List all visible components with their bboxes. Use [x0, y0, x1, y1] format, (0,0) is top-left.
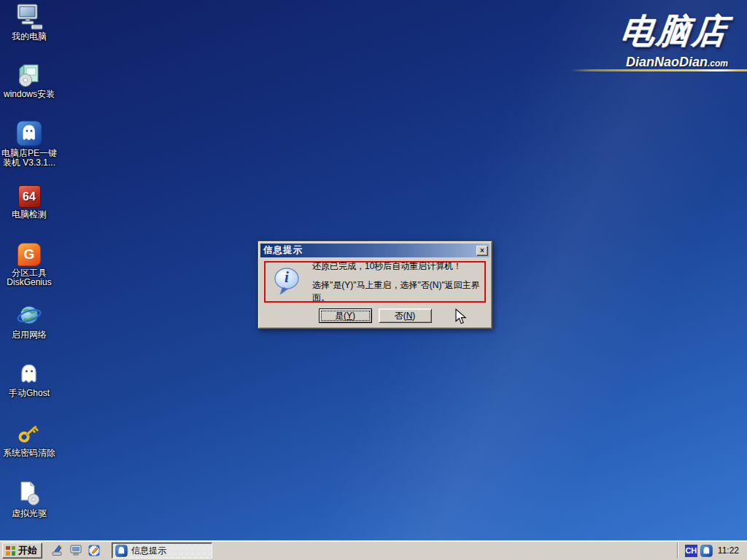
- ghost-task-icon: [115, 545, 128, 557]
- start-button[interactable]: 开始: [2, 542, 42, 559]
- brand-underline: [570, 69, 747, 71]
- start-logo-icon: [6, 546, 15, 556]
- no-button[interactable]: 否(N): [379, 308, 432, 323]
- info-balloon-icon: i: [273, 267, 301, 298]
- brand-logo: 电脑店 DianNaoDian.com: [621, 9, 728, 70]
- diskgenius-icon: G: [1, 238, 58, 266]
- icon-label: 启用网络: [1, 330, 58, 340]
- pc-check-64-icon: 64: [1, 180, 58, 208]
- document-cd-icon: [1, 479, 58, 507]
- desktop-icon-manual-ghost[interactable]: 手动Ghost: [1, 359, 58, 398]
- icon-label: 电脑店PE一键装机 V3.3.1...: [1, 149, 58, 168]
- brand-domain: DianNaoDian.com: [621, 55, 728, 70]
- message-line-2: 选择"是(Y)"马上重启，选择"否(N)"返回主界面。: [312, 279, 484, 304]
- taskbar: 开始: [0, 540, 747, 560]
- cleanup-brush-icon[interactable]: [50, 543, 65, 558]
- dialog-message: 还原已完成，10秒后自动重启计算机！ 选择"是(Y)"马上重启，选择"否(N)"…: [312, 260, 484, 304]
- yes-button[interactable]: 是(Y): [319, 308, 372, 323]
- system-tray: CH 11:22: [678, 542, 745, 559]
- desktop-icon-partition-tool[interactable]: G 分区工具DiskGenius: [1, 238, 58, 287]
- icon-label: 系统密码清除: [1, 448, 58, 458]
- icon-label: 我的电脑: [1, 32, 58, 42]
- desktop-icon-virtual-cdrom[interactable]: 虚拟光驱: [1, 479, 58, 518]
- ghost-tray-icon[interactable]: [700, 545, 713, 557]
- desktop-icon-windows-install[interactable]: windows安装: [1, 60, 58, 99]
- desktop-icon-pc-check[interactable]: 64 电脑检测: [1, 180, 58, 219]
- dialog-titlebar[interactable]: 信息提示 ×: [260, 244, 489, 257]
- ghost-icon: [1, 359, 58, 386]
- icon-label: 分区工具DiskGenius: [1, 268, 58, 287]
- message-line-1: 还原已完成，10秒后自动重启计算机！: [312, 260, 484, 273]
- show-desktop-icon[interactable]: [69, 543, 83, 558]
- language-indicator[interactable]: CH: [685, 545, 697, 557]
- desktop-icon-my-computer[interactable]: 我的电脑: [1, 2, 58, 42]
- icon-label: 电脑检测: [1, 210, 58, 219]
- close-icon[interactable]: ×: [476, 246, 488, 256]
- dialog-title: 信息提示: [263, 244, 476, 257]
- quick-launch: [50, 543, 101, 558]
- desktop-icon-pe-onekey-install[interactable]: 电脑店PE一键装机 V3.3.1...: [1, 119, 58, 168]
- icon-label: 手动Ghost: [1, 389, 58, 398]
- icon-label: windows安装: [1, 90, 58, 99]
- my-computer-icon: [1, 2, 58, 30]
- alert-message-box: i 还原已完成，10秒后自动重启计算机！ 选择"是(Y)"马上重启，选择"否(N…: [264, 261, 486, 303]
- icon-label: 虚拟光驱: [1, 509, 58, 518]
- display-properties-icon[interactable]: [87, 543, 101, 558]
- desktop-icon-enable-network[interactable]: 启用网络: [1, 300, 58, 340]
- key-icon: [1, 419, 58, 446]
- desktop: 电脑店 DianNaoDian.com 我的电脑: [0, 0, 747, 560]
- desktop-icon-password-clear[interactable]: 系统密码清除: [1, 419, 58, 458]
- installer-box-cd-icon: [1, 60, 58, 88]
- taskbar-task-info-dialog[interactable]: 信息提示: [112, 542, 212, 559]
- brand-logo-text: 电脑店: [619, 9, 731, 54]
- mouse-cursor-icon: [455, 308, 467, 328]
- network-globe-icon: [1, 300, 58, 328]
- ghost-app-icon: [1, 119, 58, 147]
- clock[interactable]: 11:22: [716, 545, 741, 556]
